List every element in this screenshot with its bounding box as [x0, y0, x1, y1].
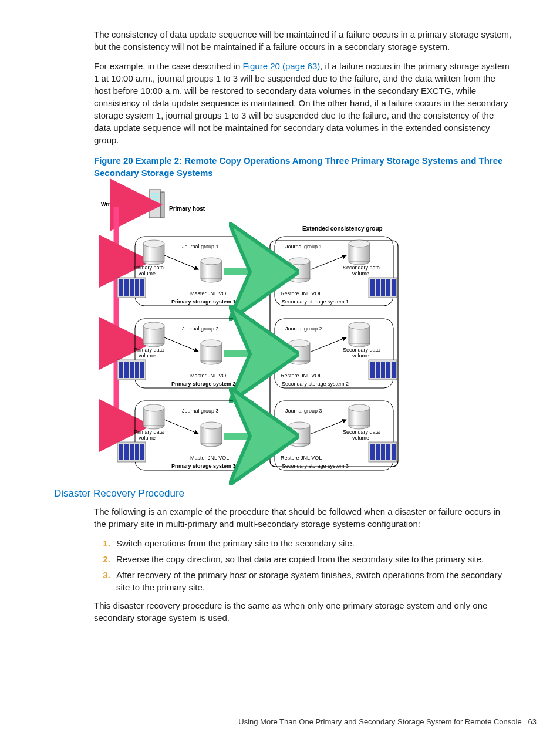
svg-text:Secondary data: Secondary data	[343, 265, 380, 271]
paragraph-1: The consistency of data update sequence …	[94, 28, 513, 53]
paragraph-3: The following is an example of the proce…	[94, 505, 513, 530]
svg-text:volume: volume	[139, 353, 156, 359]
svg-text:Master JNL VOL: Master JNL VOL	[190, 373, 229, 379]
section-heading: Disaster Recovery Procedure	[54, 487, 537, 501]
para2-b: , if a failure occurs in the primary sto…	[94, 61, 510, 145]
primary-host-label: Primary host	[169, 205, 205, 212]
footer-text: Using More Than One Primary and Secondar…	[238, 717, 521, 726]
svg-text:Secondary storage system 2: Secondary storage system 2	[282, 381, 349, 387]
svg-text:volume: volume	[139, 435, 156, 441]
svg-text:Primary storage system 1: Primary storage system 1	[171, 299, 236, 305]
svg-text:Master JNL VOL: Master JNL VOL	[190, 455, 229, 461]
svg-text:Restore JNL VOL: Restore JNL VOL	[281, 373, 322, 379]
svg-text:Journal group 2: Journal group 2	[182, 326, 219, 332]
svg-text:volume: volume	[139, 271, 156, 276]
step-2: Reverse the copy direction, so that data…	[113, 553, 513, 565]
svg-text:Secondary storage system 3: Secondary storage system 3	[282, 463, 349, 469]
svg-text:Journal group 3: Journal group 3	[182, 408, 219, 414]
svg-rect-13	[151, 199, 159, 201]
svg-rect-11	[151, 193, 159, 195]
svg-text:volume: volume	[352, 353, 369, 359]
figure20-link[interactable]: Figure 20 (page 63)	[242, 61, 320, 71]
page-footer: Using More Than One Primary and Secondar…	[238, 717, 537, 727]
svg-text:Primary storage system 2: Primary storage system 2	[171, 381, 236, 387]
svg-text:Journal group 3: Journal group 3	[285, 408, 322, 414]
procedure-list: Switch operations from the primary site …	[94, 537, 513, 593]
svg-text:Master JNL VOL: Master JNL VOL	[190, 291, 229, 296]
step-1: Switch operations from the primary site …	[113, 537, 513, 549]
svg-text:Journal group 1: Journal group 1	[182, 244, 219, 249]
paragraph-4: This disaster recovery procedure is the …	[94, 599, 513, 624]
svg-text:Restore JNL VOL: Restore JNL VOL	[281, 291, 322, 296]
svg-text:Secondary data: Secondary data	[343, 347, 380, 353]
svg-text:Restore JNL VOL: Restore JNL VOL	[281, 455, 322, 461]
ecg-label: Extended consistency group	[302, 225, 383, 232]
svg-rect-12	[151, 196, 159, 198]
svg-text:Journal group 2: Journal group 2	[285, 326, 322, 332]
para2-a: For example, in the case described in	[94, 61, 242, 71]
svg-text:volume: volume	[352, 271, 369, 276]
svg-text:Primary data: Primary data	[134, 429, 164, 435]
svg-rect-10	[161, 192, 164, 218]
svg-text:Secondary data: Secondary data	[343, 429, 380, 435]
page-number: 63	[528, 717, 537, 726]
svg-text:Secondary storage system 1: Secondary storage system 1	[282, 299, 349, 305]
write-data-label: Write data	[101, 201, 127, 207]
svg-text:Primary data: Primary data	[134, 265, 164, 271]
step-3: After recovery of the primary host or st…	[113, 569, 513, 593]
svg-text:volume: volume	[352, 435, 369, 441]
svg-text:Journal group 1: Journal group 1	[285, 244, 322, 249]
figure-20-diagram: Primary host Write data Extended consist…	[94, 185, 405, 478]
svg-text:Primary data: Primary data	[134, 347, 164, 353]
primary-host-icon	[149, 190, 164, 218]
paragraph-2: For example, in the case described in Fi…	[94, 60, 513, 146]
figure-caption: Figure 20 Example 2: Remote Copy Operati…	[94, 154, 513, 179]
svg-text:Primary storage system 3: Primary storage system 3	[171, 463, 236, 469]
